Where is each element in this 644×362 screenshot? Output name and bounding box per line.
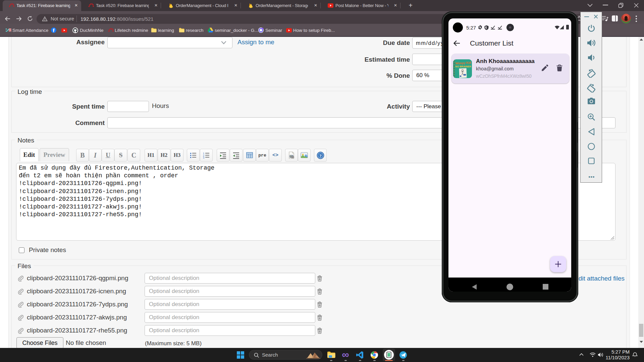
svg-text:3: 3: [203, 156, 204, 159]
svg-text:?: ?: [319, 153, 322, 158]
svg-text:NO BRAINER: NO BRAINER: [455, 65, 471, 68]
